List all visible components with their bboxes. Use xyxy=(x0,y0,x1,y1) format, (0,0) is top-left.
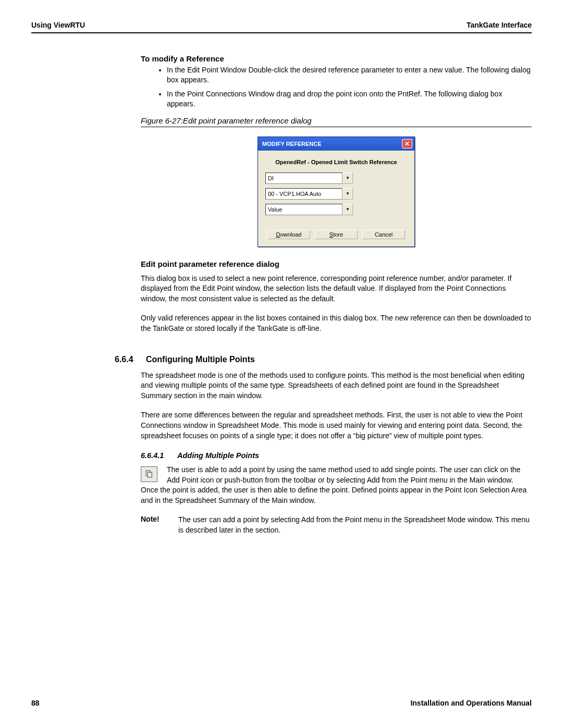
note-label: Note! xyxy=(141,515,178,535)
header-left: Using ViewRTU xyxy=(31,21,85,29)
footer-manual-title: Installation and Operations Manual xyxy=(410,699,532,707)
subsection-title: Adding Multiple Points xyxy=(177,451,259,460)
chevron-down-icon[interactable]: ▼ xyxy=(342,188,353,200)
point-instance-combo[interactable]: 00 - VCP1.HOA Auto ▼ xyxy=(265,188,353,200)
list-item: In the Edit Point Window Double-click th… xyxy=(167,65,532,85)
download-button[interactable]: Download xyxy=(267,230,310,239)
chevron-down-icon[interactable]: ▼ xyxy=(342,172,353,184)
section-title: Configuring Multiple Points xyxy=(146,355,255,364)
dialog-reference-label: OpenedRef - Opened Limit Switch Referenc… xyxy=(265,159,407,165)
subsection-number: 6.6.4.1 xyxy=(141,451,177,460)
point-type-value: DI xyxy=(265,172,342,184)
dialog-titlebar: MODIFY REFERENCE ✕ xyxy=(258,137,414,151)
point-type-combo[interactable]: DI ▼ xyxy=(265,172,353,184)
edit-dialog-subhead: Edit point parameter reference dialog xyxy=(141,260,532,268)
body-paragraph: There are some differences between the r… xyxy=(141,410,532,441)
dialog-title-text: MODIFY REFERENCE xyxy=(262,141,321,147)
body-paragraph: This dialog box is used to select a new … xyxy=(141,274,532,304)
note-block: Note! The user can add a point by select… xyxy=(141,515,532,535)
body-paragraph: The user is able to add a point by using… xyxy=(141,465,532,505)
page-header: Using ViewRTU TankGate Interface xyxy=(31,21,532,33)
page-footer: 88 Installation and Operations Manual xyxy=(31,699,532,707)
note-text: The user can add a point by selecting Ad… xyxy=(178,515,532,535)
parameter-combo[interactable]: Value ▼ xyxy=(265,204,353,215)
header-right: TankGate Interface xyxy=(467,21,532,29)
add-point-toolbar-icon xyxy=(141,466,157,482)
point-instance-value: 00 - VCP1.HOA Auto xyxy=(265,188,342,200)
modify-reference-dialog: MODIFY REFERENCE ✕ OpenedRef - Opened Li… xyxy=(258,137,415,247)
figure-caption: Figure 6-27:Edit point parameter referen… xyxy=(141,116,532,127)
copy-icon xyxy=(144,470,154,479)
list-item: In the Point Connections Window drag and… xyxy=(167,89,532,109)
section-number: 6.6.4 xyxy=(115,355,146,364)
parameter-value: Value xyxy=(265,204,342,215)
modify-reference-steps: In the Edit Point Window Double-click th… xyxy=(141,65,532,109)
close-icon: ✕ xyxy=(405,141,410,147)
modify-reference-heading: To modify a Reference xyxy=(141,54,532,63)
store-button[interactable]: Store xyxy=(315,230,358,239)
chevron-down-icon[interactable]: ▼ xyxy=(342,204,353,215)
close-button[interactable]: ✕ xyxy=(402,139,412,149)
body-paragraph: Only valid references appear in the list… xyxy=(141,313,532,334)
svg-rect-1 xyxy=(148,472,152,477)
page-number: 88 xyxy=(31,699,40,707)
cancel-button[interactable]: Cancel xyxy=(362,230,405,239)
body-paragraph: The spreadsheet mode is one of the metho… xyxy=(141,371,532,401)
